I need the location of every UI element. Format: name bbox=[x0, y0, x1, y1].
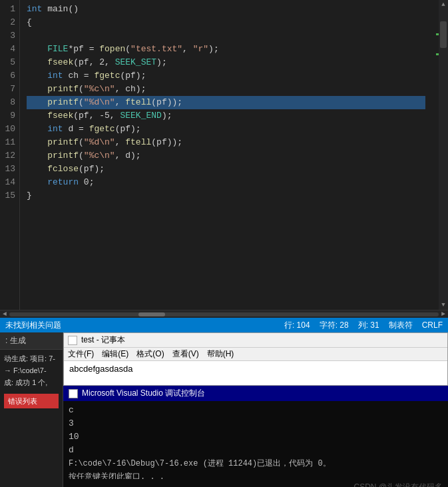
menu-help[interactable]: 帮助(H) bbox=[207, 348, 234, 360]
console-window: Microsoft Visual Studio 调试控制台 c 3 10 d F… bbox=[63, 386, 448, 487]
code-line: fseek(pf, -5, SEEK_END); bbox=[27, 109, 425, 123]
encoding-indicator: CRLF bbox=[422, 320, 443, 330]
vertical-scrollbar[interactable]: ▲ ▼ bbox=[439, 0, 448, 310]
console-titlebar: Microsoft Visual Studio 调试控制台 bbox=[63, 386, 448, 401]
error-list-tab[interactable]: 错误列表 bbox=[4, 394, 59, 408]
no-issues-label: 未找到相关问题 bbox=[5, 320, 61, 331]
build-line: 成: 成功 1 个, bbox=[4, 376, 59, 388]
notepad-titlebar: test - 记事本 bbox=[64, 333, 447, 348]
code-editor: 1 2 3 4 5 6 7 8 9 10 11 12 13 14 15 int … bbox=[0, 0, 448, 310]
menu-file[interactable]: 文件(F) bbox=[68, 348, 94, 360]
console-line: c bbox=[69, 404, 443, 417]
code-line: int ch = fgetc(pf); bbox=[27, 69, 425, 83]
menu-format[interactable]: 格式(O) bbox=[136, 348, 164, 360]
menu-edit[interactable]: 编辑(E) bbox=[102, 348, 128, 360]
scroll-down-arrow[interactable]: ▼ bbox=[441, 302, 445, 308]
console-line: 10 bbox=[69, 430, 443, 444]
scroll-up-arrow[interactable]: ▲ bbox=[441, 1, 445, 8]
notepad-icon bbox=[68, 336, 77, 345]
code-line: int d = fgetc(pf); bbox=[27, 123, 425, 136]
tab-indicator: 制表符 bbox=[389, 320, 413, 331]
code-line: } bbox=[27, 189, 425, 203]
build-tab[interactable]: : 生成 bbox=[0, 332, 63, 350]
console-line: 3 bbox=[69, 417, 443, 430]
code-line: printf("%c\n", ch); bbox=[27, 83, 425, 96]
hscroll-track[interactable] bbox=[9, 312, 439, 316]
code-line: return 0; bbox=[27, 176, 425, 189]
notepad-window: test - 记事本 文件(F) 编辑(E) 格式(O) 查看(V) 帮助(H)… bbox=[63, 332, 448, 386]
scroll-thumb[interactable] bbox=[440, 21, 447, 48]
code-line: int main() bbox=[27, 3, 425, 16]
hscroll-right-arrow[interactable]: ► bbox=[441, 310, 445, 318]
status-bar: 未找到相关问题 行: 104 字符: 28 列: 31 制表符 CRLF bbox=[0, 318, 448, 332]
code-line: FILE*pf = fopen("test.txt", "r"); bbox=[27, 43, 425, 56]
col-indicator: 列: 31 bbox=[358, 320, 379, 331]
build-panel: : 生成 动生成: 项目: 7- → F:\code\7- 成: 成功 1 个,… bbox=[0, 332, 63, 487]
console-title: Microsoft Visual Studio 调试控制台 bbox=[82, 388, 205, 399]
right-panels: test - 记事本 文件(F) 编辑(E) 格式(O) 查看(V) 帮助(H)… bbox=[63, 332, 448, 487]
code-line: { bbox=[27, 16, 425, 29]
console-line: d bbox=[69, 444, 443, 457]
code-line: printf("%d\n", ftell(pf)); bbox=[27, 136, 425, 149]
line-numbers: 1 2 3 4 5 6 7 8 9 10 11 12 13 14 15 bbox=[0, 0, 20, 310]
horizontal-scrollbar[interactable]: ◄ ► bbox=[0, 310, 448, 318]
menu-view[interactable]: 查看(V) bbox=[172, 348, 199, 360]
console-exit-line: F:\code\7-16\Debug\7-16.exe (进程 11244)已退… bbox=[69, 457, 443, 470]
code-line: fclose(pf); bbox=[27, 163, 425, 176]
notepad-text: abcdefgasdasda bbox=[69, 364, 132, 374]
build-line: → F:\code\7- bbox=[4, 364, 59, 376]
row-indicator: 行: 104 bbox=[284, 320, 310, 331]
csdn-watermark: CSDN @头发没有代码多 bbox=[63, 479, 448, 487]
hscroll-left-arrow[interactable]: ◄ bbox=[3, 310, 7, 318]
build-output: 动生成: 项目: 7- → F:\code\7- 成: 成功 1 个, 错误列表 bbox=[0, 350, 63, 411]
code-content[interactable]: int main() { FILE*pf = fopen("test.txt",… bbox=[20, 0, 425, 310]
code-line: printf("%c\n", d); bbox=[27, 149, 425, 163]
console-icon bbox=[69, 389, 78, 398]
code-line bbox=[27, 29, 425, 43]
code-line-highlighted: printf("%d\n", ftell(pf)); bbox=[27, 96, 425, 109]
code-line: fseek(pf, 2, SEEK_SET); bbox=[27, 56, 425, 69]
hscroll-thumb[interactable] bbox=[138, 312, 165, 316]
notepad-title: test - 记事本 bbox=[81, 334, 125, 346]
notepad-content[interactable]: abcdefgasdasda bbox=[64, 361, 447, 385]
console-content: c 3 10 d F:\code\7-16\Debug\7-16.exe (进程… bbox=[63, 401, 448, 487]
bottom-panels: : 生成 动生成: 项目: 7- → F:\code\7- 成: 成功 1 个,… bbox=[0, 332, 448, 487]
build-line: 动生成: 项目: 7- bbox=[4, 352, 59, 364]
char-indicator: 字符: 28 bbox=[320, 320, 349, 331]
notepad-menubar: 文件(F) 编辑(E) 格式(O) 查看(V) 帮助(H) bbox=[64, 348, 447, 361]
